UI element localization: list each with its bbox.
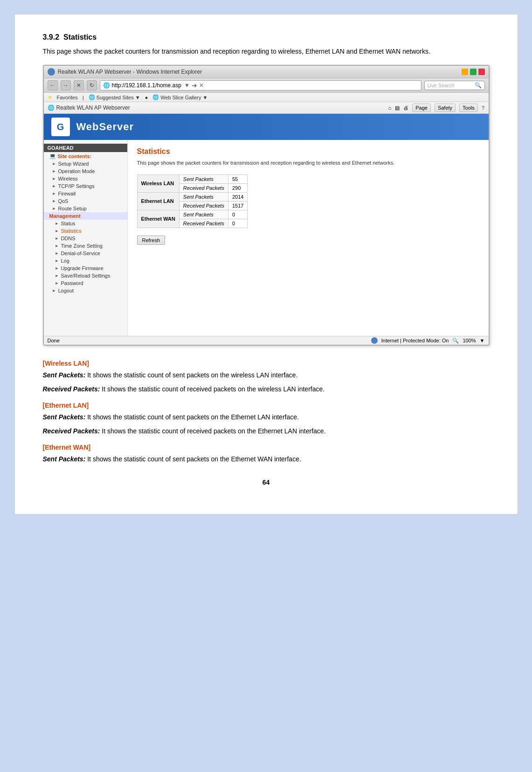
eth-lan-sent-value: 2014 (228, 192, 247, 201)
management-submenu: ► Status ► Statistics ► DDNS ► (44, 220, 127, 287)
ddns-icon: ► (55, 236, 59, 241)
maximize-button[interactable] (470, 69, 477, 75)
favorites-label[interactable]: Favorites (57, 95, 78, 100)
sidebar-item-dos[interactable]: ► Denial-of-Service (47, 250, 127, 257)
intro-text: This page shows the packet counters for … (43, 46, 490, 56)
password-label: Password (61, 280, 83, 286)
stop-button[interactable]: ✕ (74, 80, 84, 90)
log-label: Log (61, 258, 69, 264)
rss-icon[interactable]: ▤ (395, 105, 400, 111)
statistics-label: Statistics (61, 228, 81, 234)
refresh-button[interactable]: Refresh (137, 236, 166, 245)
sidebar-item-timezone[interactable]: ► Time Zone Setting (47, 242, 127, 250)
setup-wizard-label: Setup Wizard (58, 161, 89, 167)
sidebar-item-save-reload[interactable]: ► Save/Reload Settings (47, 272, 127, 279)
route-icon: ► (52, 206, 56, 211)
print-icon[interactable]: 🖨 (403, 105, 408, 111)
sidebar-management-group[interactable]: Management (44, 212, 127, 220)
forward-button[interactable]: → (61, 80, 71, 90)
wireless-received-para: Received Packets: It shows the statistic… (43, 384, 490, 395)
route-setup-label: Route Setup (58, 206, 86, 211)
minimize-button[interactable] (462, 69, 468, 75)
wireless-sent-value: 55 (228, 174, 247, 183)
statistics-icon: ► (55, 229, 59, 233)
site-contents-text: Site contents: (58, 153, 92, 159)
goahead-text: GOAHEAD (48, 145, 74, 151)
address-icon: 🌐 (103, 82, 110, 89)
search-box[interactable]: Live Search 🔍 (424, 81, 485, 90)
tab-label[interactable]: Realtek WLAN AP Webserver (56, 104, 130, 111)
browser-title-text: Realtek WLAN AP Webserver - Windows Inte… (58, 69, 202, 75)
zoom-arrow[interactable]: ▼ (480, 338, 485, 343)
sidebar-item-firmware[interactable]: ► Upgrade Firmware (47, 264, 127, 272)
sidebar-item-wireless[interactable]: ► Wireless (44, 175, 127, 182)
wireless-label: Wireless (58, 176, 77, 181)
tools-menu-button[interactable]: Tools (459, 104, 478, 112)
ethernet-wan-doc-label: [Ethernet WAN] (43, 444, 490, 451)
logo-letter: G (57, 122, 64, 132)
suggested-sites-item[interactable]: 🌐 Suggested Sites ▼ (89, 94, 140, 100)
wireless-lan-label: Wireless LAN (137, 174, 179, 192)
sidebar-item-operation-mode[interactable]: ► Operation Mode (44, 167, 127, 175)
wireless-received-label: Received Packets (179, 183, 228, 192)
web-page-title: Statistics (137, 147, 479, 156)
web-sidebar: GOAHEAD 💻 Site contents: ► Setup Wizard … (44, 140, 128, 336)
sidebar-item-logout[interactable]: ► Logout (44, 287, 127, 294)
web-slice-icon: 🌐 (152, 94, 159, 100)
home-icon[interactable]: ⌂ (388, 105, 392, 111)
eth-lan-received-value: 1517 (228, 201, 247, 210)
address-arrow: ▼ (184, 82, 190, 89)
sidebar-item-setup-wizard[interactable]: ► Setup Wizard (44, 160, 127, 167)
help-icon[interactable]: ? (482, 105, 485, 111)
search-icon[interactable]: 🔍 (475, 82, 482, 89)
eth-lan-sent-para: Sent Packets: It shows the statistic cou… (43, 412, 490, 423)
browser-window: Realtek WLAN AP Webserver - Windows Inte… (43, 65, 490, 346)
refresh-nav-button[interactable]: ↻ (87, 80, 97, 90)
page-wrapper: 3.9.2 Statistics This page shows the pac… (14, 14, 518, 515)
sidebar-item-tcpip[interactable]: ► TCP/IP Settings (44, 182, 127, 190)
close-button[interactable] (478, 69, 485, 75)
tcpip-icon: ► (52, 184, 56, 188)
wireless-sent-para: Sent Packets: It shows the statistic cou… (43, 370, 490, 381)
sidebar-item-route-setup[interactable]: ► Route Setup (44, 205, 127, 212)
status-icon: ► (55, 221, 59, 226)
sidebar-item-log[interactable]: ► Log (47, 257, 127, 264)
back-button[interactable]: ← (48, 80, 58, 90)
web-main-content: Statistics This page shows the packet co… (128, 140, 489, 336)
eth-lan-sent-desc: It shows the statistic count of sent pac… (87, 413, 299, 421)
sidebar-item-firewall[interactable]: ► Firewall (44, 190, 127, 197)
operation-mode-icon: ► (52, 169, 56, 174)
sidebar-item-qos[interactable]: ► QoS (44, 197, 127, 205)
web-slice-item[interactable]: 🌐 Web Slice Gallery ▼ (152, 94, 207, 100)
firmware-icon: ► (55, 266, 59, 271)
url-text: http://192.168.1.1/home.asp (112, 82, 181, 89)
sidebar-item-status[interactable]: ► Status (47, 220, 127, 227)
web-page-desc: This page shows the packet counters for … (137, 160, 479, 167)
address-bar[interactable]: 🌐 http://192.168.1.1/home.asp ▼ ➜ ✕ (100, 80, 421, 90)
password-icon: ► (55, 281, 59, 285)
browser-titlebar: Realtek WLAN AP Webserver - Windows Inte… (44, 66, 489, 78)
sidebar-item-password[interactable]: ► Password (47, 279, 127, 287)
sidebar-item-ddns[interactable]: ► DDNS (47, 235, 127, 242)
eth-wan-sent-title: Sent Packets: (43, 455, 86, 463)
doc-ethernet-lan: [Ethernet LAN] Sent Packets: It shows th… (43, 402, 490, 437)
ddns-label: DDNS (61, 236, 75, 241)
page-menu-button[interactable]: Page (412, 104, 431, 112)
favorites-divider: | (83, 95, 84, 100)
status-text: Done (48, 338, 60, 343)
toolbar-buttons: ⌂ ▤ 🖨 Page Safety Tools ? (388, 104, 485, 112)
sidebar-item-statistics[interactable]: ► Statistics (47, 227, 127, 235)
doc-ethernet-wan: [Ethernet WAN] Sent Packets: It shows th… (43, 444, 490, 465)
timezone-icon: ► (55, 243, 59, 248)
eth-wan-sent-desc: It shows the statistic count of sent pac… (87, 455, 301, 463)
table-row: Ethernet WAN Sent Packets 0 (137, 210, 248, 219)
wireless-received-value: 290 (228, 183, 247, 192)
eth-wan-sent-para: Sent Packets: It shows the statistic cou… (43, 454, 490, 465)
safety-menu-button[interactable]: Safety (435, 104, 456, 112)
management-label: Management (49, 213, 81, 219)
wireless-received-title: Received Packets: (43, 385, 100, 393)
wireless-lan-doc-label: [Wireless LAN] (43, 360, 490, 367)
address-x[interactable]: ✕ (199, 82, 204, 89)
browser-statusbar: Done Internet | Protected Mode: On 🔍 100… (44, 336, 489, 345)
section-title: 3.9.2 Statistics (43, 33, 490, 42)
